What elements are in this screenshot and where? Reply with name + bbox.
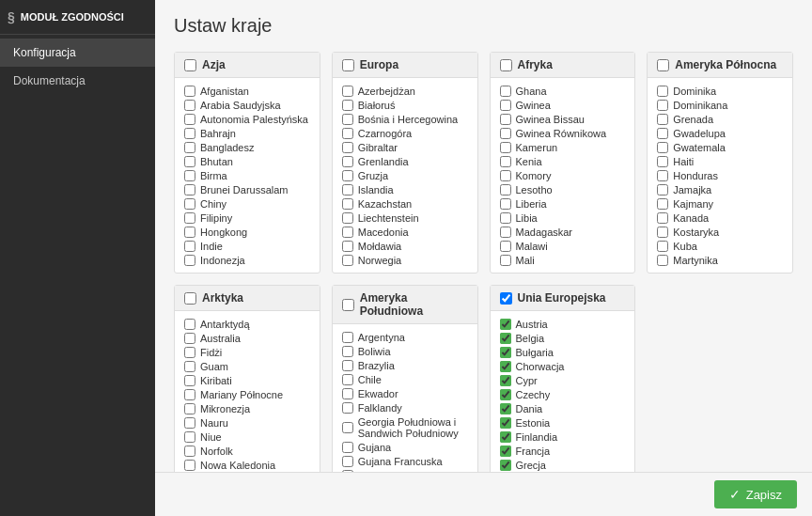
country-checkbox-afryka-9[interactable] xyxy=(500,212,511,224)
country-checkbox-ameryka-polnocna-7[interactable] xyxy=(657,184,668,195)
country-checkbox-afryka-12[interactable] xyxy=(500,255,511,266)
country-checkbox-azja-6[interactable] xyxy=(184,170,195,181)
save-button[interactable]: ✓ Zapisz xyxy=(714,480,797,508)
country-checkbox-ameryka-poludniowa-3[interactable] xyxy=(342,374,353,385)
country-checkbox-unia-europejska-2[interactable] xyxy=(500,347,511,358)
country-checkbox-azja-8[interactable] xyxy=(184,198,195,210)
panel-checkbox-europa[interactable] xyxy=(342,59,354,71)
panel-checkbox-ameryka-poludniowa[interactable] xyxy=(342,299,354,311)
sidebar-nav: Konfiguracja Dokumentacja xyxy=(0,35,155,95)
country-checkbox-unia-europejska-0[interactable] xyxy=(500,319,511,330)
country-checkbox-europa-12[interactable] xyxy=(342,255,353,266)
country-checkbox-azja-10[interactable] xyxy=(184,227,195,238)
country-checkbox-ameryka-poludniowa-1[interactable] xyxy=(342,346,353,357)
country-checkbox-afryka-1[interactable] xyxy=(500,100,511,111)
page-title: Ustaw kraje xyxy=(174,15,793,37)
country-checkbox-unia-europejska-1[interactable] xyxy=(500,333,511,344)
country-checkbox-azja-2[interactable] xyxy=(184,114,195,125)
country-checkbox-afryka-11[interactable] xyxy=(500,241,511,252)
country-checkbox-europa-4[interactable] xyxy=(342,142,353,153)
country-checkbox-europa-7[interactable] xyxy=(342,184,353,195)
country-checkbox-azja-11[interactable] xyxy=(184,241,195,252)
country-label: Kiribati xyxy=(200,375,232,386)
country-checkbox-ameryka-polnocna-10[interactable] xyxy=(657,227,668,238)
country-checkbox-ameryka-polnocna-11[interactable] xyxy=(657,241,668,252)
panel-checkbox-unia-europejska[interactable] xyxy=(500,292,512,305)
country-checkbox-azja-9[interactable] xyxy=(184,212,195,224)
country-checkbox-europa-11[interactable] xyxy=(342,241,353,252)
country-checkbox-ameryka-polnocna-6[interactable] xyxy=(657,170,668,181)
country-checkbox-azja-1[interactable] xyxy=(184,100,195,111)
country-checkbox-ameryka-polnocna-8[interactable] xyxy=(657,198,668,210)
country-checkbox-arktyka-10[interactable] xyxy=(184,460,195,471)
country-checkbox-azja-0[interactable] xyxy=(184,86,195,97)
country-checkbox-ameryka-poludniowa-0[interactable] xyxy=(342,332,353,343)
country-checkbox-ameryka-polnocna-5[interactable] xyxy=(657,156,668,167)
country-checkbox-afryka-10[interactable] xyxy=(500,227,511,238)
country-checkbox-ameryka-polnocna-0[interactable] xyxy=(657,86,668,97)
country-checkbox-afryka-6[interactable] xyxy=(500,170,511,181)
country-checkbox-afryka-0[interactable] xyxy=(500,86,511,97)
country-checkbox-azja-7[interactable] xyxy=(184,184,195,195)
country-label: Grenada xyxy=(673,114,713,125)
country-checkbox-ameryka-poludniowa-5[interactable] xyxy=(342,402,353,414)
country-checkbox-ameryka-poludniowa-7[interactable] xyxy=(342,442,353,453)
country-checkbox-unia-europejska-5[interactable] xyxy=(500,389,511,400)
country-checkbox-arktyka-2[interactable] xyxy=(184,347,195,358)
panel-checkbox-ameryka-polnocna[interactable] xyxy=(657,59,669,71)
country-label: Cypr xyxy=(516,375,538,386)
country-checkbox-ameryka-polnocna-4[interactable] xyxy=(657,142,668,153)
country-checkbox-unia-europejska-8[interactable] xyxy=(500,431,511,443)
country-checkbox-europa-5[interactable] xyxy=(342,156,353,167)
country-checkbox-europa-9[interactable] xyxy=(342,212,353,224)
country-checkbox-europa-8[interactable] xyxy=(342,198,353,210)
sidebar-item-konfiguracja[interactable]: Konfiguracja xyxy=(0,39,155,67)
country-checkbox-arktyka-6[interactable] xyxy=(184,403,195,414)
country-checkbox-arktyka-5[interactable] xyxy=(184,389,195,400)
country-checkbox-azja-4[interactable] xyxy=(184,142,195,153)
country-checkbox-ameryka-polnocna-3[interactable] xyxy=(657,128,668,139)
country-checkbox-afryka-2[interactable] xyxy=(500,114,511,125)
country-checkbox-ameryka-polnocna-9[interactable] xyxy=(657,212,668,224)
panel-checkbox-azja[interactable] xyxy=(184,59,196,71)
country-checkbox-europa-0[interactable] xyxy=(342,86,353,97)
country-checkbox-arktyka-1[interactable] xyxy=(184,333,195,344)
country-checkbox-unia-europejska-7[interactable] xyxy=(500,417,511,429)
country-checkbox-arktyka-0[interactable] xyxy=(184,319,195,330)
country-checkbox-arktyka-8[interactable] xyxy=(184,431,195,443)
sidebar-item-dokumentacja[interactable]: Dokumentacja xyxy=(0,67,155,95)
country-checkbox-afryka-5[interactable] xyxy=(500,156,511,167)
country-checkbox-azja-5[interactable] xyxy=(184,156,195,167)
country-checkbox-ameryka-poludniowa-2[interactable] xyxy=(342,360,353,371)
panel-checkbox-afryka[interactable] xyxy=(500,59,512,71)
country-checkbox-unia-europejska-3[interactable] xyxy=(500,361,511,372)
country-checkbox-arktyka-3[interactable] xyxy=(184,361,195,372)
country-checkbox-ameryka-polnocna-2[interactable] xyxy=(657,114,668,125)
country-checkbox-europa-2[interactable] xyxy=(342,114,353,125)
country-checkbox-arktyka-7[interactable] xyxy=(184,417,195,429)
country-checkbox-unia-europejska-4[interactable] xyxy=(500,375,511,386)
country-checkbox-ameryka-polnocna-1[interactable] xyxy=(657,100,668,111)
country-checkbox-arktyka-9[interactable] xyxy=(184,446,195,457)
country-checkbox-azja-3[interactable] xyxy=(184,128,195,139)
country-checkbox-europa-3[interactable] xyxy=(342,128,353,139)
country-checkbox-unia-europejska-6[interactable] xyxy=(500,403,511,414)
country-checkbox-afryka-4[interactable] xyxy=(500,142,511,153)
country-checkbox-ameryka-poludniowa-4[interactable] xyxy=(342,388,353,399)
country-checkbox-ameryka-polnocna-12[interactable] xyxy=(657,255,668,266)
country-checkbox-ameryka-poludniowa-6[interactable] xyxy=(342,422,353,433)
country-checkbox-azja-12[interactable] xyxy=(184,255,195,266)
country-checkbox-unia-europejska-9[interactable] xyxy=(500,446,511,457)
country-checkbox-afryka-7[interactable] xyxy=(500,184,511,195)
country-checkbox-arktyka-4[interactable] xyxy=(184,375,195,386)
country-label: Dominikana xyxy=(673,100,727,111)
list-item: Finlandia xyxy=(500,430,626,444)
country-checkbox-afryka-3[interactable] xyxy=(500,128,511,139)
country-checkbox-europa-6[interactable] xyxy=(342,170,353,181)
country-checkbox-afryka-8[interactable] xyxy=(500,198,511,210)
country-checkbox-unia-europejska-10[interactable] xyxy=(500,460,511,471)
country-checkbox-ameryka-poludniowa-8[interactable] xyxy=(342,456,353,467)
country-checkbox-europa-1[interactable] xyxy=(342,100,353,111)
panel-checkbox-arktyka[interactable] xyxy=(184,292,196,305)
country-checkbox-europa-10[interactable] xyxy=(342,227,353,238)
